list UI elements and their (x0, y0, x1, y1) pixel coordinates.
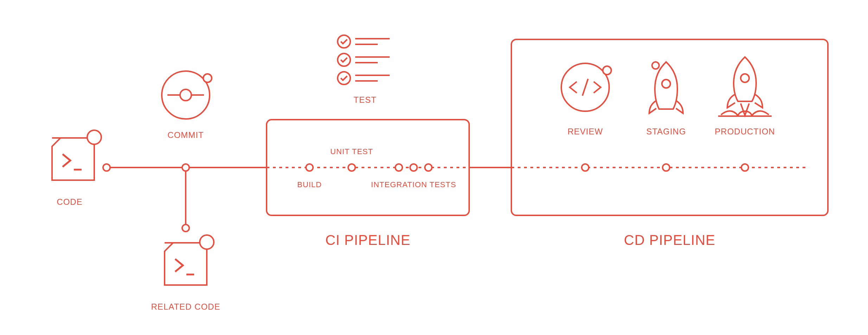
build-label: BUILD (297, 180, 322, 189)
svg-point-23 (741, 74, 749, 82)
staging-node (663, 164, 670, 171)
production-label: PRODUCTION (715, 127, 775, 137)
svg-point-22 (652, 62, 659, 69)
svg-point-8 (203, 74, 212, 82)
cd-pipeline-title: CD PIPELINE (624, 232, 715, 248)
integration-test-node (410, 164, 417, 171)
build-node (306, 164, 313, 171)
commit-label: COMMIT (167, 130, 204, 140)
unit-test-label: UNIT TEST (330, 147, 373, 156)
code-icon (52, 130, 101, 180)
pipeline-node (182, 225, 189, 232)
related-code-label: RELATED CODE (151, 302, 221, 312)
pipeline-node (182, 164, 189, 171)
integration-test-node (425, 164, 432, 171)
svg-point-15 (338, 72, 350, 84)
svg-point-21 (662, 80, 670, 88)
unit-test-node (348, 164, 355, 171)
svg-point-9 (338, 35, 350, 48)
test-label: TEST (353, 95, 376, 105)
svg-point-12 (338, 53, 350, 66)
code-label: CODE (57, 197, 82, 207)
ci-pipeline-title: CI PIPELINE (325, 232, 410, 248)
svg-point-5 (180, 89, 191, 101)
review-icon (561, 63, 611, 111)
cicd-pipeline-diagram: CODE RELATED CODE COMMIT TEST UNIT TEST … (0, 0, 868, 335)
test-checklist-icon (338, 35, 390, 84)
integration-test-node (395, 164, 402, 171)
review-node (582, 164, 589, 171)
staging-label: STAGING (646, 127, 686, 137)
pipeline-node (103, 164, 110, 171)
staging-rocket-icon (649, 62, 683, 113)
svg-point-19 (603, 66, 611, 75)
commit-icon (162, 71, 212, 119)
svg-point-0 (87, 130, 101, 144)
production-rocket-icon (718, 57, 772, 116)
svg-line-20 (582, 79, 588, 96)
related-code-icon (165, 235, 214, 285)
production-node (741, 164, 748, 171)
svg-point-2 (200, 235, 214, 249)
review-label: REVIEW (568, 127, 603, 137)
integration-tests-label: INTEGRATION TESTS (371, 180, 456, 189)
